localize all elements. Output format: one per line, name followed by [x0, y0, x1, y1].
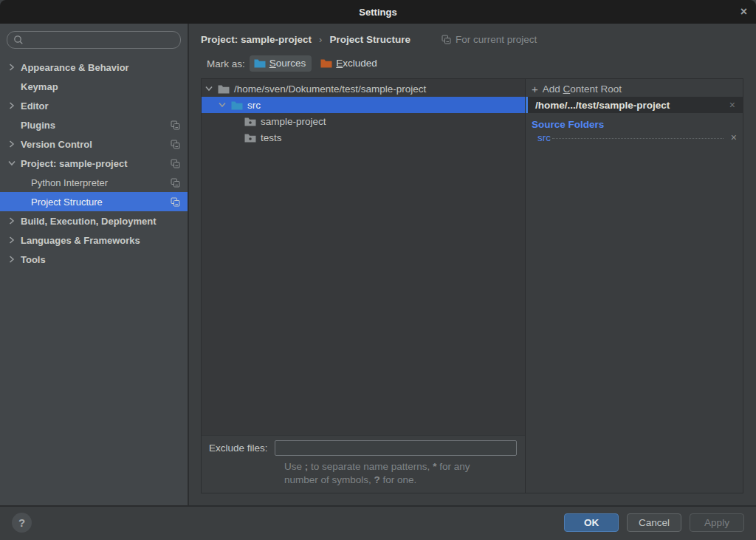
mark-as-sources-button[interactable]: Sources: [250, 55, 312, 72]
sidebar-item-plugins[interactable]: Plugins: [0, 115, 188, 134]
chevron-right-icon: [9, 256, 21, 263]
search-input[interactable]: [27, 35, 174, 46]
sidebar-item-python-interpreter[interactable]: Python Interpreter: [0, 173, 188, 192]
mark-as-excluded-button[interactable]: Excluded: [316, 55, 383, 72]
breadcrumb: Project: sample-project › Project Struct…: [201, 28, 743, 50]
breadcrumb-separator: ›: [319, 34, 322, 45]
sidebar-item-project-sample-project[interactable]: Project: sample-project: [0, 154, 188, 173]
chevron-right-icon: [9, 102, 21, 109]
sidebar-item-appearance-behavior[interactable]: Appearance & Behavior: [0, 58, 188, 77]
structure-panel: /home/sven/Dokumente/test/sample-project…: [201, 78, 743, 493]
breadcrumb-page-title: Project Structure: [329, 34, 410, 45]
chevron-down-icon: [219, 101, 230, 109]
sidebar-search[interactable]: [7, 31, 181, 49]
sidebar-item-editor[interactable]: Editor: [0, 96, 188, 115]
remove-content-root-icon[interactable]: ×: [722, 99, 743, 111]
chevron-down-icon: [206, 85, 216, 92]
sidebar-item-tools[interactable]: Tools: [0, 250, 188, 269]
exclude-files-label: Exclude files:: [209, 442, 268, 454]
title-bar: Settings ×: [0, 0, 756, 24]
dialog-footer: ? OK Cancel Apply: [0, 505, 756, 539]
exclude-files-section: Exclude files: Use ; to separate name pa…: [202, 435, 525, 493]
ok-button[interactable]: OK: [564, 513, 619, 532]
sidebar-item-languages-frameworks[interactable]: Languages & Frameworks: [0, 230, 188, 250]
sidebar-item-keymap[interactable]: Keymap: [0, 77, 188, 96]
chevron-right-icon: [9, 236, 21, 244]
source-folder-icon: [231, 100, 243, 110]
source-folder-item[interactable]: src ×: [526, 131, 743, 147]
file-tree: /home/sven/Dokumente/test/sample-project…: [202, 79, 525, 435]
ide-settings-icon: [171, 140, 180, 149]
folder-icon: [244, 133, 256, 143]
cancel-button[interactable]: Cancel: [627, 513, 681, 532]
source-folders-heading: Source Folders: [532, 119, 743, 130]
scope-note: For current project: [441, 34, 537, 45]
content-root-marker: [526, 97, 528, 113]
sidebar-item-version-control[interactable]: Version Control: [0, 134, 188, 154]
sidebar-nav: Appearance & Behavior Keymap Editor Plug…: [0, 58, 188, 505]
source-folder-icon: [254, 58, 266, 68]
content-root-path: /home/.../test/sample-project: [535, 100, 722, 111]
mark-as-label: Mark as:: [207, 58, 245, 69]
remove-source-folder-icon[interactable]: ×: [725, 131, 743, 143]
tree-row-tests[interactable]: tests: [202, 129, 525, 146]
exclude-files-hint: Use ; to separate name patterns, * for a…: [284, 460, 519, 487]
ide-settings-icon: [171, 120, 180, 130]
folder-icon: [244, 117, 256, 126]
ide-settings-icon: [171, 197, 180, 207]
chevron-right-icon: [9, 140, 21, 148]
chevron-down-icon: [9, 160, 21, 167]
breadcrumb-project[interactable]: Project: sample-project: [201, 34, 312, 45]
content-root-item[interactable]: /home/.../test/sample-project ×: [526, 97, 743, 113]
tree-row-sample-project[interactable]: sample-project: [202, 113, 525, 129]
ide-settings-icon: [441, 35, 451, 44]
chevron-right-icon: [9, 217, 21, 225]
content-roots-pane: + Add Content Root /home/.../test/sample…: [526, 79, 743, 493]
tree-row-content-root[interactable]: /home/sven/Dokumente/test/sample-project: [202, 81, 525, 97]
plus-icon: +: [532, 83, 538, 95]
settings-dialog: Settings × Appearance & Behavior Keyma: [0, 0, 756, 540]
search-icon: [13, 35, 24, 45]
tree-row-src[interactable]: src: [202, 97, 525, 113]
sidebar-item-build-execution-deployment[interactable]: Build, Execution, Deployment: [0, 211, 188, 230]
window-title: Settings: [359, 7, 396, 18]
content-root-tree-pane: /home/sven/Dokumente/test/sample-project…: [202, 79, 526, 493]
help-button[interactable]: ?: [12, 513, 32, 533]
sidebar-item-project-structure[interactable]: Project Structure: [0, 192, 188, 211]
close-icon[interactable]: ×: [740, 6, 747, 18]
apply-button[interactable]: Apply: [690, 513, 744, 532]
mark-as-toolbar: Mark as: Sources Excluded: [207, 53, 743, 74]
folder-icon: [218, 84, 230, 94]
source-folder-name: src: [537, 132, 551, 143]
dotted-leader: [552, 138, 724, 139]
ide-settings-icon: [171, 178, 180, 188]
ide-settings-icon: [171, 159, 180, 168]
exclude-files-input[interactable]: [275, 440, 517, 456]
add-content-root-button[interactable]: + Add Content Root: [526, 81, 743, 97]
excluded-folder-icon: [320, 58, 332, 68]
settings-content: Project: sample-project › Project Struct…: [189, 24, 756, 505]
settings-sidebar: Appearance & Behavior Keymap Editor Plug…: [0, 24, 189, 505]
chevron-right-icon: [9, 64, 21, 71]
